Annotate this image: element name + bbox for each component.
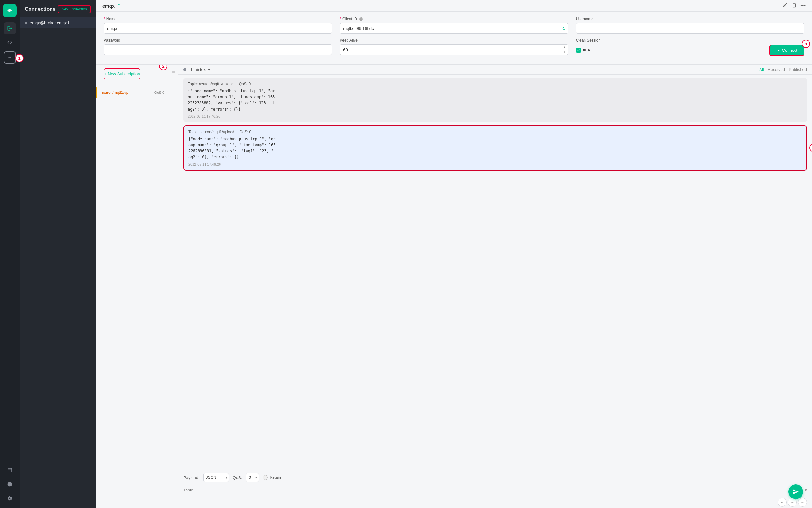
message-2-body: {"node_name": "modbus-plus-tcp-1", "grou… <box>188 136 802 161</box>
keep-alive-up[interactable]: ▲ <box>561 44 568 50</box>
retain-button[interactable]: Retain <box>263 475 281 480</box>
message-card-header: Topic: neuron/mqtt1/upload QoS: 0 <box>188 82 803 86</box>
connect-button[interactable]: Connect <box>769 45 804 56</box>
password-label: Password <box>104 38 332 43</box>
topic-input-row: ▾ <box>178 485 812 497</box>
client-id-input[interactable] <box>340 23 568 34</box>
keep-alive-group: Keep Alive ▲ ▼ <box>340 38 568 56</box>
connection-name: emqx@broker.emqx.i... <box>30 20 73 25</box>
connection-item[interactable]: emqx@broker.emqx.i... <box>20 17 96 28</box>
keep-alive-spinners: ▲ ▼ <box>561 44 568 55</box>
name-required-star: * <box>104 17 105 21</box>
clean-session-label: Clean Session <box>576 38 804 43</box>
refresh-icon[interactable]: ↻ <box>562 26 566 31</box>
app-logo <box>3 4 16 17</box>
password-input[interactable] <box>104 44 332 55</box>
sidebar-title: Connections <box>25 6 56 12</box>
message-2-time: 2022-05-11 17:46:26 <box>188 162 802 166</box>
password-group: Password <box>104 38 332 56</box>
edit-icon[interactable] <box>782 3 787 9</box>
code-icon[interactable] <box>4 36 16 48</box>
qos-label: QoS: <box>233 475 242 480</box>
copy-icon[interactable] <box>791 3 797 9</box>
connection-status-dot <box>25 22 27 24</box>
chevron-down-icon: ▾ <box>208 67 210 72</box>
filter-all-button[interactable]: All <box>759 67 764 72</box>
payload-select-wrap: JSON Plaintext Base64 Hex <box>203 473 229 482</box>
connections-icon[interactable] <box>4 22 16 34</box>
message-filter-buttons: All Received Published <box>759 67 807 72</box>
message-time: 2022-05-11 17:46:26 <box>188 115 803 118</box>
clean-session-value: true <box>583 48 590 52</box>
filter-received-button[interactable]: Received <box>768 67 785 72</box>
collapse-icon-wrap: ☰ <box>169 65 178 508</box>
annotation-2: 2 <box>159 65 168 70</box>
client-id-label: * Client ID <box>340 17 568 21</box>
status-dot <box>183 68 187 71</box>
keep-alive-input-wrap: ▲ ▼ <box>340 44 568 55</box>
name-input[interactable] <box>104 23 332 34</box>
chevron-up-icon[interactable]: ⌃ <box>117 3 122 9</box>
more-icon[interactable]: ••• <box>800 3 806 9</box>
keep-alive-down[interactable]: ▼ <box>561 50 568 55</box>
new-subscription-button[interactable]: + New Subscription <box>104 68 140 80</box>
topic-input[interactable] <box>183 485 802 495</box>
nav-buttons: ← − → <box>178 497 812 508</box>
messages-list: Topic: neuron/mqtt1/upload QoS: 0 {"node… <box>178 75 812 470</box>
top-bar-actions: ••• <box>782 3 806 9</box>
nav-minus-button[interactable]: − <box>788 498 797 507</box>
expand-icon[interactable]: ▾ <box>805 487 807 493</box>
client-id-group: * Client ID ↻ <box>340 17 568 34</box>
message-card-highlighted: Topic: neuron/mqtt1/upload QoS: 0 {"node… <box>183 125 807 171</box>
qos-select-wrap: 0 1 2 <box>246 473 259 482</box>
collapse-icon[interactable]: ☰ <box>169 69 178 74</box>
message-body: {"node_name": "modbus-plus-tcp-1", "grou… <box>188 88 803 113</box>
publish-toolbar: Payload: JSON Plaintext Base64 Hex QoS: … <box>178 470 812 485</box>
clean-session-group: Clean Session true <box>576 38 804 56</box>
message-2-qos: QoS: 0 <box>240 130 251 134</box>
add-new-icon[interactable]: 1 <box>4 51 16 64</box>
name-group: * Name <box>104 17 332 34</box>
clean-session-checkbox-group: true <box>576 45 590 56</box>
form-row-2: Password Keep Alive ▲ ▼ Clean Session <box>104 38 804 56</box>
sub-item-qos: QoS 0 <box>154 91 164 94</box>
connection-title: emqx <box>102 3 115 9</box>
info-icon[interactable] <box>4 478 16 490</box>
qos-select[interactable]: 0 1 2 <box>246 473 259 482</box>
settings-icon[interactable] <box>4 492 16 504</box>
clean-session-checkbox[interactable] <box>576 48 581 53</box>
message-card-2-header: Topic: neuron/mqtt1/upload QoS: 0 <box>188 130 802 134</box>
subscription-item[interactable]: neuron/mqtt1/upl... QoS 0 <box>96 87 168 98</box>
message-2-topic: Topic: neuron/mqtt1/upload <box>188 130 234 134</box>
nav-back-button[interactable]: ← <box>778 498 786 507</box>
message-qos: QoS: 0 <box>239 82 251 86</box>
payload-label: Payload: <box>183 475 199 480</box>
client-id-input-wrap: ↻ <box>340 23 568 34</box>
filter-published-button[interactable]: Published <box>789 67 807 72</box>
new-sub-btn-wrap: + New Subscription 2 <box>100 68 164 83</box>
table-icon[interactable] <box>4 464 16 476</box>
username-input[interactable] <box>576 23 804 34</box>
icon-bar: 1 <box>0 0 20 508</box>
name-label: * Name <box>104 17 332 21</box>
send-button[interactable] <box>789 484 803 499</box>
username-label: Username <box>576 17 804 21</box>
sub-item-name: neuron/mqtt1/upl... <box>101 90 152 95</box>
sidebar-header: Connections New Collection <box>20 0 96 17</box>
client-id-required-star: * <box>340 17 341 21</box>
subscription-panel: + New Subscription 2 neuron/mqtt1/upl...… <box>96 65 169 508</box>
plaintext-button[interactable]: Plaintext ▾ <box>191 67 210 72</box>
connect-btn-wrap: Connect 3 <box>769 45 804 56</box>
sidebar: Connections New Collection emqx@broker.e… <box>20 0 96 508</box>
keep-alive-input[interactable] <box>340 44 568 55</box>
main-area: emqx ⌃ ••• * Name <box>96 0 812 508</box>
form-row-1: * Name * Client ID ↻ Use <box>104 17 804 34</box>
top-bar: emqx ⌃ ••• <box>96 0 812 12</box>
username-group: Username <box>576 17 804 34</box>
message-card: Topic: neuron/mqtt1/upload QoS: 0 {"node… <box>183 78 807 122</box>
nav-forward-button[interactable]: → <box>798 498 807 507</box>
new-collection-button[interactable]: New Collection <box>58 5 91 13</box>
content-area: + New Subscription 2 neuron/mqtt1/upl...… <box>96 65 812 508</box>
payload-select[interactable]: JSON Plaintext Base64 Hex <box>203 473 229 482</box>
message-topic: Topic: neuron/mqtt1/upload <box>188 82 234 86</box>
